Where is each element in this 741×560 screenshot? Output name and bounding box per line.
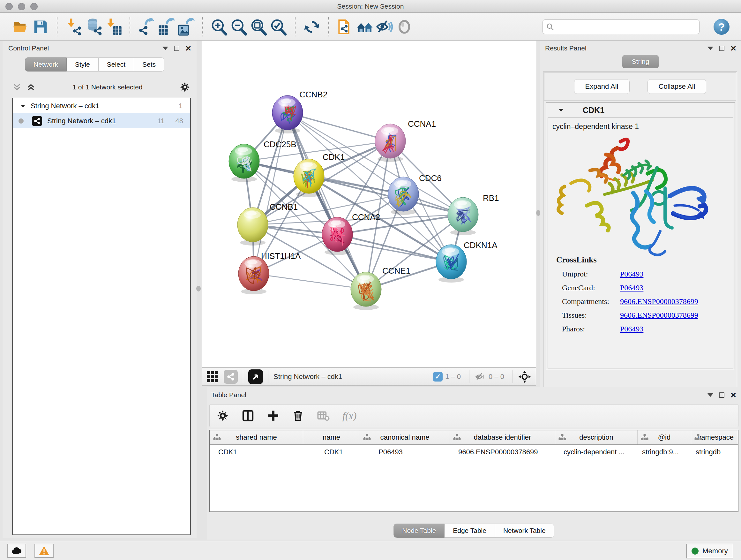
zoom-selected-icon[interactable]	[269, 17, 288, 37]
delete-column-trash-icon[interactable]	[292, 410, 304, 422]
expand-all-button[interactable]: Expand All	[574, 79, 630, 94]
crosslink-pharos-link[interactable]: P06493	[620, 325, 643, 333]
node-label-CCNA1: CCNA1	[408, 119, 436, 129]
hide-unhide-icon[interactable]	[375, 17, 394, 37]
column-type-icon	[694, 434, 702, 441]
crosslink-genecard-link[interactable]: P06493	[620, 284, 643, 292]
column-header-description[interactable]: description	[555, 430, 637, 444]
network-node-RB1[interactable]	[448, 197, 478, 235]
panel-float-icon[interactable]	[719, 46, 724, 51]
tab-edge-table[interactable]: Edge Table	[445, 523, 495, 538]
export-network-icon[interactable]	[137, 17, 156, 37]
panel-float-icon[interactable]	[719, 392, 724, 398]
grid-view-icon[interactable]	[206, 371, 219, 383]
import-network-file-icon[interactable]	[64, 17, 84, 37]
network-node-HIST1H1A[interactable]	[239, 256, 269, 294]
cell-id[interactable]: stringdb:9...	[637, 445, 691, 459]
collection-expand-icon[interactable]	[20, 103, 26, 109]
network-edge-count: 48	[176, 117, 183, 125]
tab-string[interactable]: String	[622, 55, 659, 68]
panel-close-icon[interactable]: ✕	[730, 392, 737, 398]
detach-view-share-icon[interactable]	[224, 370, 238, 384]
toolbar-separator	[243, 370, 243, 383]
panel-close-icon[interactable]: ✕	[185, 46, 192, 51]
expand-all-networks-icon[interactable]	[12, 82, 22, 92]
column-header-id[interactable]: @id	[637, 430, 691, 444]
network-node-CDKN1A[interactable]	[436, 245, 467, 283]
help-icon[interactable]: ?	[714, 19, 730, 35]
column-header-database-identifier[interactable]: database identifier	[450, 430, 555, 444]
protein-description: cyclin–dependent kinase 1	[552, 122, 733, 131]
birdseye-view-icon[interactable]	[248, 369, 263, 384]
highlight-eye-icon[interactable]	[394, 17, 414, 37]
crosslinks-section: CrossLinks Uniprot:P06493 GeneCard:P0649…	[556, 255, 698, 333]
tab-network[interactable]: Network	[25, 57, 67, 71]
tab-sets[interactable]: Sets	[134, 57, 164, 71]
crosslink-tissues-link[interactable]: 9606.ENSP00000378699	[620, 311, 698, 320]
column-header-namespace[interactable]: namespace	[691, 430, 738, 444]
tab-node-table[interactable]: Node Table	[394, 523, 445, 538]
panel-menu-icon[interactable]	[162, 47, 168, 50]
string-network-icon	[32, 116, 42, 126]
network-view-title: String Network – cdk1	[273, 373, 342, 381]
panel-menu-icon[interactable]	[708, 47, 713, 50]
zoom-out-icon[interactable]	[229, 17, 249, 37]
network-node-CCNE1[interactable]	[351, 272, 381, 310]
tab-style[interactable]: Style	[67, 57, 98, 71]
refresh-layout-icon[interactable]	[302, 17, 322, 37]
network-options-gear-icon[interactable]	[179, 82, 190, 92]
export-table-icon[interactable]	[156, 17, 176, 37]
collapse-all-networks-icon[interactable]	[26, 82, 36, 92]
network-node-CCNB1[interactable]	[238, 207, 268, 246]
selected-nodes-checkbox[interactable]: ✓	[433, 372, 443, 381]
splitter-handle[interactable]	[196, 286, 201, 292]
table-row[interactable]: CDK1 CDK1 P06493 9606.ENSP00000378699 cy…	[210, 445, 738, 459]
cell-namespace[interactable]: stringdb	[691, 445, 738, 459]
cell-canonical-name[interactable]: P06493	[360, 445, 450, 459]
export-image-icon[interactable]	[176, 17, 196, 37]
toolbar-separator	[295, 17, 295, 37]
cell-description[interactable]: cyclin-dependent ...	[555, 445, 637, 459]
control-panel-tabs: Network Style Select Sets	[25, 57, 164, 71]
zoom-fit-icon[interactable]	[249, 17, 269, 37]
share-network-file-icon[interactable]	[335, 17, 355, 37]
memory-button[interactable]: Memory	[686, 544, 733, 558]
window-title: Session: New Session	[0, 3, 741, 10]
cloud-status-button[interactable]	[7, 544, 26, 558]
card-collapse-icon[interactable]	[558, 107, 564, 113]
network-node-CCNA1[interactable]	[375, 124, 406, 162]
save-session-icon[interactable]	[30, 17, 51, 37]
network-node-CCNB2[interactable]	[272, 96, 303, 133]
import-table-file-icon[interactable]	[104, 17, 123, 37]
cell-name[interactable]: CDK1	[303, 445, 360, 459]
column-header-name[interactable]: name	[303, 430, 360, 444]
search-input[interactable]	[554, 23, 691, 30]
column-header-shared-name[interactable]: shared name	[210, 430, 303, 444]
table-options-gear-icon[interactable]	[217, 410, 229, 422]
network-row-selected[interactable]: String Network – cdk1 11 48	[13, 113, 190, 128]
panel-menu-icon[interactable]	[708, 393, 713, 397]
show-columns-icon[interactable]	[242, 409, 254, 422]
string-home-icon[interactable]	[355, 17, 375, 37]
cell-database-identifier[interactable]: 9606.ENSP00000378699	[450, 445, 555, 459]
column-type-icon	[363, 434, 371, 441]
tab-select[interactable]: Select	[98, 57, 134, 71]
panel-float-icon[interactable]	[174, 46, 179, 51]
network-node-CDC25B[interactable]	[229, 144, 259, 182]
zoom-in-icon[interactable]	[209, 17, 229, 37]
cell-shared-name[interactable]: CDK1	[210, 445, 303, 459]
crosslink-compartments-link[interactable]: 9606.ENSP00000378699	[620, 297, 698, 306]
node-label-CDK1: CDK1	[323, 152, 345, 162]
import-network-database-icon[interactable]	[84, 17, 104, 37]
panel-close-icon[interactable]: ✕	[730, 46, 737, 51]
collapse-all-button[interactable]: Collapse All	[648, 79, 706, 94]
create-column-plus-icon[interactable]	[267, 410, 279, 422]
column-header-canonical-name[interactable]: canonical name	[360, 430, 450, 444]
tab-network-table[interactable]: Network Table	[495, 523, 554, 538]
fit-content-crosshair-icon[interactable]	[518, 370, 531, 383]
network-canvas[interactable]: CCNB2CCNA1CDC25BCDK1CDC6RB1CCNB1CCNA2CDK…	[202, 41, 536, 368]
crosslink-uniprot-link[interactable]: P06493	[620, 270, 643, 278]
network-collection-row[interactable]: String Network – cdk1 1	[13, 98, 190, 113]
open-session-icon[interactable]	[11, 17, 30, 37]
warnings-button[interactable]	[35, 544, 54, 558]
